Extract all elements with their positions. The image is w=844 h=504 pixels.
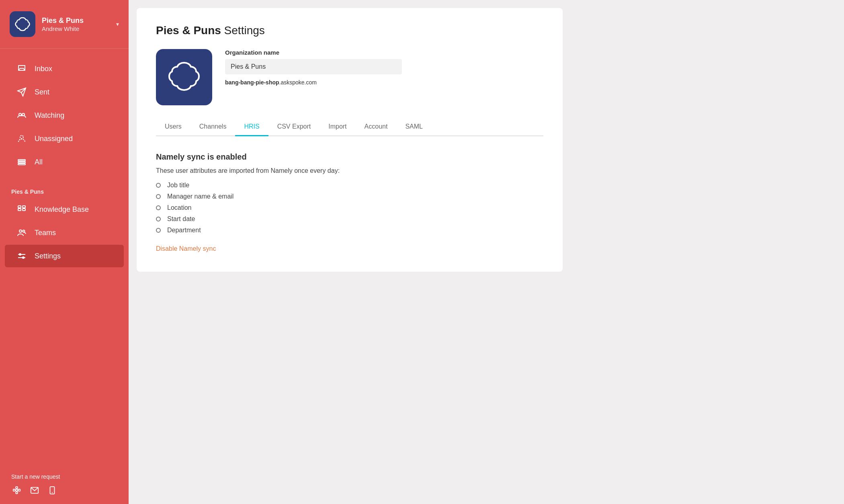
hris-description: These user attributes are imported from … — [156, 167, 543, 174]
unassigned-icon — [16, 133, 27, 144]
org-info: Pies & Puns Andrew White — [42, 16, 116, 32]
sidebar-footer: Start a new request — [0, 465, 129, 504]
sidebar-item-all[interactable]: All — [5, 151, 124, 173]
sidebar: Pies & Puns Andrew White ▾ Inbox Sent Wa… — [0, 0, 129, 504]
list-item: Job title — [156, 182, 543, 189]
watching-icon — [16, 110, 27, 121]
svg-rect-10 — [23, 206, 25, 208]
list-item: Start date — [156, 215, 543, 223]
sidebar-item-inbox[interactable]: Inbox — [5, 57, 124, 80]
svg-rect-18 — [13, 489, 15, 491]
slack-icon[interactable] — [11, 485, 23, 496]
page-title-suffix: Settings — [221, 24, 265, 37]
knowledge-base-icon — [16, 204, 27, 215]
svg-point-4 — [20, 135, 23, 139]
sidebar-item-label: Unassigned — [35, 135, 73, 143]
svg-point-13 — [23, 230, 25, 232]
section-nav: Knowledge Base Teams Settings — [0, 197, 129, 268]
tab-saml[interactable]: SAML — [396, 118, 432, 136]
tab-users[interactable]: Users — [156, 118, 191, 136]
email-icon[interactable] — [29, 485, 40, 496]
sidebar-item-label: Knowledge Base — [35, 205, 89, 214]
user-name: Andrew White — [42, 25, 116, 32]
svg-rect-21 — [18, 489, 20, 491]
org-settings-header: Organization name bang-bang-pie-shop.ask… — [156, 49, 543, 105]
svg-rect-19 — [16, 487, 18, 489]
svg-rect-9 — [18, 209, 21, 211]
sent-icon — [16, 86, 27, 98]
content-card: Pies & Puns Settings Organization name b… — [137, 8, 563, 272]
org-url: bang-bang-pie-shop.askspoke.com — [225, 79, 543, 86]
tab-hris[interactable]: HRIS — [235, 118, 268, 136]
disable-namely-sync-button[interactable]: Disable Namely sync — [156, 245, 216, 252]
main-nav: Inbox Sent Watching Unassigned — [0, 49, 129, 182]
tab-import[interactable]: Import — [320, 118, 355, 136]
tab-channels[interactable]: Channels — [191, 118, 236, 136]
all-icon — [16, 156, 27, 168]
list-item: Location — [156, 204, 543, 211]
org-name-input[interactable] — [225, 59, 402, 74]
mobile-icon[interactable] — [47, 485, 58, 496]
org-name: Pies & Puns — [42, 16, 116, 25]
footer-icons — [11, 485, 117, 496]
org-logo — [10, 11, 35, 37]
tab-account[interactable]: Account — [356, 118, 397, 136]
org-form: Organization name bang-bang-pie-shop.ask… — [225, 49, 543, 86]
settings-tabs: Users Channels HRIS CSV Export Import Ac… — [156, 118, 543, 136]
org-logo-main — [156, 49, 212, 105]
sidebar-item-unassigned[interactable]: Unassigned — [5, 127, 124, 150]
hris-title: Namely sync is enabled — [156, 152, 543, 162]
svg-point-12 — [19, 230, 22, 232]
svg-point-17 — [23, 257, 24, 258]
page-title: Pies & Puns Settings — [156, 24, 543, 37]
sidebar-item-label: Teams — [35, 229, 56, 237]
list-item: Department — [156, 227, 543, 234]
org-name-label: Organization name — [225, 49, 543, 56]
svg-rect-6 — [18, 162, 25, 163]
section-label: Pies & Puns — [0, 182, 129, 197]
org-header[interactable]: Pies & Puns Andrew White ▾ — [0, 0, 129, 49]
svg-rect-8 — [18, 206, 21, 208]
svg-rect-7 — [18, 164, 25, 165]
main-content: Pies & Puns Settings Organization name b… — [129, 0, 844, 504]
teams-icon — [16, 227, 27, 238]
svg-rect-22 — [16, 492, 18, 494]
sidebar-item-knowledge-base[interactable]: Knowledge Base — [5, 198, 124, 221]
inbox-icon — [16, 63, 27, 74]
sidebar-item-sent[interactable]: Sent — [5, 81, 124, 103]
sidebar-item-label: Sent — [35, 88, 49, 96]
settings-icon — [16, 250, 27, 262]
sidebar-item-label: All — [35, 158, 43, 166]
sidebar-item-watching[interactable]: Watching — [5, 104, 124, 127]
sidebar-item-settings[interactable]: Settings — [5, 245, 124, 267]
sidebar-item-label: Watching — [35, 111, 64, 120]
hris-attributes-list: Job titleManager name & emailLocationSta… — [156, 182, 543, 234]
start-request-label: Start a new request — [11, 473, 117, 480]
list-item: Manager name & email — [156, 193, 543, 200]
sidebar-item-teams[interactable]: Teams — [5, 221, 124, 244]
chevron-down-icon: ▾ — [116, 21, 119, 27]
svg-point-16 — [19, 254, 21, 255]
sidebar-item-label: Inbox — [35, 65, 52, 73]
hris-content: Namely sync is enabled These user attrib… — [156, 149, 543, 256]
tab-csv-export[interactable]: CSV Export — [268, 118, 320, 136]
svg-rect-11 — [23, 209, 25, 211]
svg-rect-20 — [16, 489, 18, 491]
sidebar-item-label: Settings — [35, 252, 61, 260]
svg-rect-5 — [18, 160, 25, 161]
